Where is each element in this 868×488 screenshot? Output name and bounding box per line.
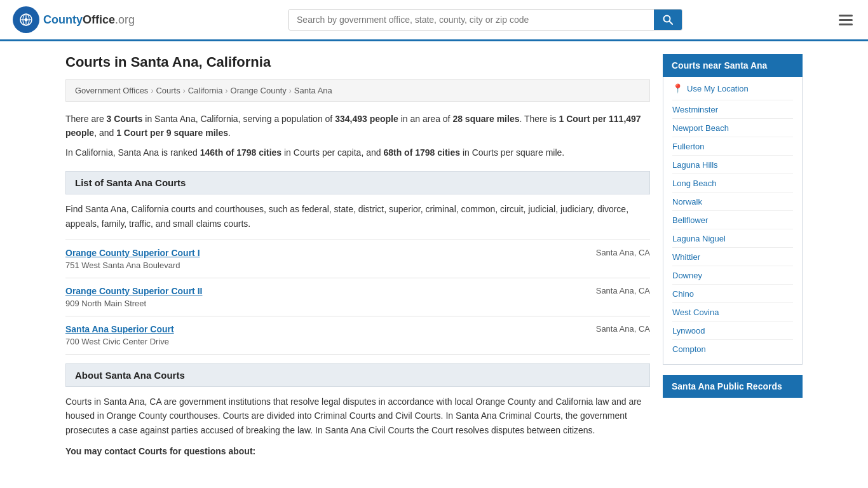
logo-icon (13, 6, 39, 33)
svg-point-5 (25, 18, 28, 22)
nearby-city-link-5[interactable]: Norwalk (672, 197, 702, 207)
about-section-desc: Courts in Santa Ana, CA are government i… (65, 395, 650, 437)
nearby-city-link-8[interactable]: Whittier (672, 252, 700, 262)
nearby-city-link-6[interactable]: Bellflower (672, 215, 708, 225)
nearby-city-link-4[interactable]: Long Beach (672, 179, 716, 188)
court-item: Santa Ana Superior Court 700 West Civic … (65, 316, 650, 355)
svg-line-7 (670, 22, 673, 25)
population: 334,493 people (335, 114, 398, 124)
nearby-city-link-3[interactable]: Laguna Hills (672, 160, 718, 170)
breadcrumb-item-gov[interactable]: Government Offices (75, 86, 148, 95)
nearby-list: WestminsterNewport BeachFullertonLaguna … (672, 100, 793, 358)
logo-tld: .org (115, 13, 135, 26)
description-block: There are 3 Courts in Santa Ana, Califor… (65, 112, 650, 159)
menu-line (839, 24, 853, 25)
about-section: About Santa Ana Courts Courts in Santa A… (65, 363, 650, 456)
nearby-city-link-9[interactable]: Downey (672, 271, 702, 280)
breadcrumb-sep: › (226, 86, 228, 95)
breadcrumb-sep: › (289, 86, 292, 95)
court-name-3[interactable]: Santa Ana Superior Court (65, 324, 174, 334)
nearby-list-item: Westminster (672, 100, 793, 118)
nearby-list-item: Laguna Niguel (672, 229, 793, 247)
logo-text: CountyOffice.org (43, 13, 135, 27)
court-info: Orange County Superior Court I 751 West … (65, 248, 200, 270)
logo-area: CountyOffice.org (13, 6, 135, 33)
use-location-link[interactable]: 📍 Use My Location (672, 83, 793, 93)
nearby-list-item: Fullerton (672, 137, 793, 155)
court-item: Orange County Superior Court I 751 West … (65, 240, 650, 278)
nearby-list-item: Downey (672, 266, 793, 284)
sidebar-nearby-box: 📍 Use My Location WestminsterNewport Bea… (663, 77, 803, 365)
breadcrumb-sep: › (151, 86, 153, 95)
header: CountyOffice.org (0, 0, 868, 41)
menu-line (839, 15, 853, 17)
court-name-1[interactable]: Orange County Superior Court I (65, 248, 200, 258)
logo-county: County (43, 13, 83, 26)
nearby-list-item: Norwalk (672, 192, 793, 210)
court-address-1: 751 West Santa Ana Boulevard (65, 261, 180, 270)
court-address-2: 909 North Main Street (65, 299, 146, 308)
sidebar-public-records-title: Santa Ana Public Records (663, 375, 803, 398)
breadcrumb-item-courts[interactable]: Courts (156, 86, 180, 95)
nearby-list-item: Laguna Hills (672, 155, 793, 173)
rank2: 68th of 1798 cities (383, 147, 460, 158)
nearby-list-item: Whittier (672, 247, 793, 266)
location-icon: 📍 (672, 83, 683, 93)
nearby-list-item: Long Beach (672, 173, 793, 192)
court-address-3: 700 West Civic Center Drive (65, 337, 169, 346)
nearby-city-link-11[interactable]: West Covina (672, 308, 719, 317)
nearby-list-item: West Covina (672, 302, 793, 321)
list-section: List of Santa Ana Courts Find Santa Ana,… (65, 171, 650, 355)
use-location-label: Use My Location (687, 84, 749, 93)
breadcrumb-sep: › (183, 86, 186, 95)
area: 28 square miles (452, 114, 519, 124)
logo-office: Office (83, 13, 115, 26)
nearby-city-link-13[interactable]: Compton (672, 344, 706, 354)
description-para2: In California, Santa Ana is ranked 146th… (65, 146, 650, 159)
description-para1: There are 3 Courts in Santa Ana, Califor… (65, 112, 650, 140)
nearby-city-link-7[interactable]: Laguna Niguel (672, 234, 726, 243)
nearby-list-item: Chino (672, 284, 793, 302)
sidebar: Courts near Santa Ana 📍 Use My Location … (663, 54, 803, 456)
breadcrumb: Government Offices › Courts › California… (65, 79, 650, 102)
search-button[interactable] (654, 10, 682, 30)
page-title: Courts in Santa Ana, California (65, 54, 650, 71)
nearby-list-item: Compton (672, 339, 793, 358)
menu-button[interactable] (836, 12, 855, 28)
menu-line (839, 19, 853, 21)
nearby-city-link-12[interactable]: Lynwood (672, 326, 705, 336)
nearby-city-link-2[interactable]: Fullerton (672, 142, 705, 151)
per-sqmile: 1 Court per 9 square miles (116, 128, 228, 138)
search-area (288, 9, 682, 30)
sidebar-nearby-title: Courts near Santa Ana (663, 54, 803, 77)
contact-label: You may contact Courts for questions abo… (65, 446, 650, 456)
court-location-2: Santa Ana, CA (583, 286, 650, 295)
content-area: Courts in Santa Ana, California Governme… (65, 54, 650, 456)
breadcrumb-item-city[interactable]: Santa Ana (294, 86, 332, 95)
rank1: 146th of 1798 cities (200, 147, 281, 158)
nearby-list-item: Lynwood (672, 321, 793, 339)
breadcrumb-item-county[interactable]: Orange County (231, 86, 287, 95)
search-input[interactable] (289, 10, 654, 30)
list-section-header: List of Santa Ana Courts (65, 171, 650, 194)
court-item: Orange County Superior Court II 909 Nort… (65, 278, 650, 316)
court-name-2[interactable]: Orange County Superior Court II (65, 286, 202, 296)
main-container: Courts in Santa Ana, California Governme… (53, 41, 815, 456)
list-section-desc: Find Santa Ana, California courts and co… (65, 202, 650, 231)
breadcrumb-item-ca[interactable]: California (188, 86, 223, 95)
nearby-city-link-10[interactable]: Chino (672, 289, 694, 299)
nearby-city-link-1[interactable]: Newport Beach (672, 123, 729, 133)
nearby-list-item: Newport Beach (672, 118, 793, 137)
court-count: 3 Courts (107, 114, 143, 124)
court-location-3: Santa Ana, CA (583, 324, 650, 334)
court-info: Orange County Superior Court II 909 Nort… (65, 286, 202, 308)
court-info: Santa Ana Superior Court 700 West Civic … (65, 324, 174, 346)
about-section-header: About Santa Ana Courts (65, 363, 650, 387)
court-location-1: Santa Ana, CA (583, 248, 650, 257)
nearby-list-item: Bellflower (672, 210, 793, 229)
nearby-city-link-0[interactable]: Westminster (672, 105, 718, 114)
